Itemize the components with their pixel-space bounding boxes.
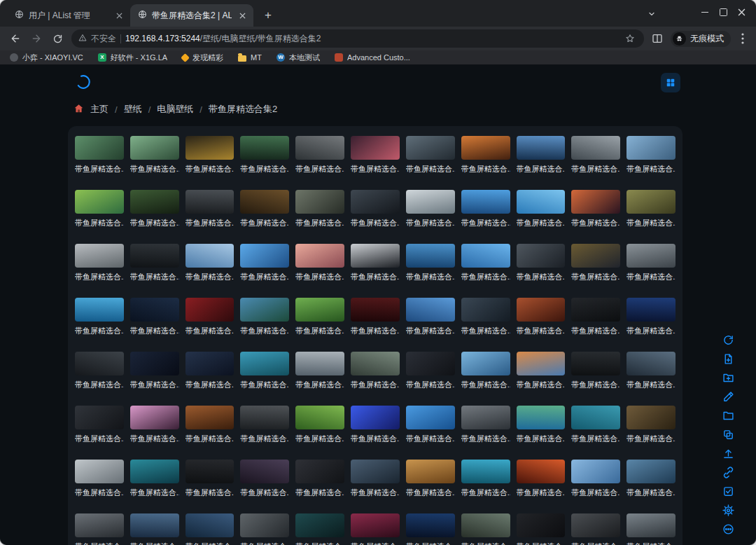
file-item[interactable]: 带鱼屏精选合... [406,460,455,498]
browser-menu-icon[interactable] [735,29,750,48]
file-item[interactable]: 带鱼屏精选合... [186,190,234,228]
file-item[interactable]: 带鱼屏精选合... [517,406,566,444]
file-item[interactable]: 带鱼屏精选合... [626,460,676,498]
file-item[interactable]: 带鱼屏精选合... [406,244,455,282]
file-item[interactable]: 带鱼屏精选合... [351,513,400,545]
file-item[interactable]: 带鱼屏精选合... [626,298,676,336]
back-button[interactable] [6,29,25,48]
select-button[interactable] [722,485,735,498]
maximize-button[interactable] [714,3,732,21]
refresh-button[interactable] [722,333,735,347]
file-item[interactable]: 带鱼屏精选合... [75,406,124,444]
breadcrumb-item[interactable]: 主页 [90,103,108,116]
file-item[interactable]: 带鱼屏精选合... [406,136,455,174]
file-item[interactable]: 带鱼屏精选合... [186,352,234,390]
file-item[interactable]: 带鱼屏精选合... [240,406,289,444]
close-button[interactable] [732,3,750,21]
file-item[interactable]: 带鱼屏精选合... [461,513,510,545]
bookmark-item[interactable]: Advanced Custo... [335,53,410,62]
file-item[interactable]: 带鱼屏精选合... [517,136,566,174]
file-item[interactable]: 带鱼屏精选合... [351,352,400,390]
file-item[interactable]: 带鱼屏精选合... [186,513,234,545]
file-item[interactable]: 带鱼屏精选合... [351,298,400,336]
file-item[interactable]: 带鱼屏精选合... [571,190,620,228]
file-item[interactable]: 带鱼屏精选合... [351,406,400,444]
file-item[interactable]: 带鱼屏精选合... [461,136,510,174]
security-label[interactable]: 不安全 [91,33,116,45]
file-item[interactable]: 带鱼屏精选合... [406,513,455,545]
file-item[interactable]: 带鱼屏精选合... [240,136,289,174]
file-item[interactable]: 带鱼屏精选合... [351,136,400,174]
file-item[interactable]: 带鱼屏精选合... [240,513,289,545]
file-item[interactable]: 带鱼屏精选合... [295,460,344,498]
minimize-button[interactable] [696,3,714,21]
file-item[interactable]: 带鱼屏精选合... [130,406,179,444]
file-item[interactable]: 带鱼屏精选合... [75,136,124,174]
file-item[interactable]: 带鱼屏精选合... [571,298,620,336]
copy-button[interactable] [722,428,735,441]
file-item[interactable]: 带鱼屏精选合... [517,352,566,390]
file-item[interactable]: 带鱼屏精选合... [461,298,510,336]
settings-button[interactable] [722,504,735,517]
file-item[interactable]: 带鱼屏精选合... [571,352,620,390]
rename-button[interactable] [722,390,735,403]
split-view-icon[interactable] [648,29,666,48]
file-item[interactable]: 带鱼屏精选合... [406,406,455,444]
folder-button[interactable] [722,409,735,422]
bookmark-item[interactable]: W本地测试 [276,53,320,63]
file-item[interactable]: 带鱼屏精选合... [406,298,455,336]
new-folder-button[interactable] [722,371,735,385]
file-item[interactable]: 带鱼屏精选合... [295,513,344,545]
bookmark-item[interactable]: X好软件 - X1G.LA [98,53,167,63]
file-item[interactable]: 带鱼屏精选合... [517,513,566,545]
file-item[interactable]: 带鱼屏精选合... [240,352,289,390]
file-item[interactable]: 带鱼屏精选合... [461,460,510,498]
tab-wallpaper-collection[interactable]: 带鱼屏精选合集2 | AList [130,4,253,27]
file-item[interactable]: 带鱼屏精选合... [240,190,289,228]
file-item[interactable]: 带鱼屏精选合... [130,352,179,390]
file-item[interactable]: 带鱼屏精选合... [186,244,234,282]
file-item[interactable]: 带鱼屏精选合... [351,190,400,228]
forward-button[interactable] [27,29,46,48]
bookmark-item[interactable]: 发现精彩 [182,53,223,63]
file-item[interactable]: 带鱼屏精选合... [517,190,566,228]
file-item[interactable]: 带鱼屏精选合... [295,136,344,174]
file-item[interactable]: 带鱼屏精选合... [295,352,344,390]
file-item[interactable]: 带鱼屏精选合... [130,244,179,282]
file-item[interactable]: 带鱼屏精选合... [186,298,234,336]
layout-toggle-button[interactable] [661,73,680,92]
file-item[interactable]: 带鱼屏精选合... [351,460,400,498]
file-item[interactable]: 带鱼屏精选合... [626,406,676,444]
file-item[interactable]: 带鱼屏精选合... [130,136,179,174]
file-item[interactable]: 带鱼屏精选合... [240,244,289,282]
file-item[interactable]: 带鱼屏精选合... [517,298,566,336]
file-item[interactable]: 带鱼屏精选合... [626,136,676,174]
more-button[interactable] [722,523,735,536]
file-item[interactable]: 带鱼屏精选合... [130,460,179,498]
tab-close-icon[interactable] [237,10,248,21]
file-item[interactable]: 带鱼屏精选合... [571,136,620,174]
file-item[interactable]: 带鱼屏精选合... [351,244,400,282]
file-item[interactable]: 带鱼屏精选合... [295,244,344,282]
file-item[interactable]: 带鱼屏精选合... [75,298,124,336]
file-item[interactable]: 带鱼屏精选合... [130,190,179,228]
tab-alist-admin[interactable]: 用户 | AList 管理 [7,4,130,27]
new-file-button[interactable] [722,352,735,366]
file-item[interactable]: 带鱼屏精选合... [75,513,124,545]
file-item[interactable]: 带鱼屏精选合... [461,244,510,282]
file-item[interactable]: 带鱼屏精选合... [295,190,344,228]
tab-close-icon[interactable] [113,10,125,21]
new-tab-button[interactable]: + [259,6,277,25]
file-item[interactable]: 带鱼屏精选合... [626,244,676,282]
file-item[interactable]: 带鱼屏精选合... [295,406,344,444]
url-text[interactable]: 192.168.4.173:5244/壁纸/电脑壁纸/带鱼屏精选合集2 [125,33,619,45]
file-item[interactable]: 带鱼屏精选合... [571,406,620,444]
link-button[interactable] [722,466,735,479]
file-item[interactable]: 带鱼屏精选合... [571,244,620,282]
breadcrumb-item[interactable]: 壁纸 [124,103,142,116]
incognito-badge[interactable]: 无痕模式 [671,31,731,47]
file-item[interactable]: 带鱼屏精选合... [571,513,620,545]
file-item[interactable]: 带鱼屏精选合... [626,513,676,545]
breadcrumb-item[interactable]: 电脑壁纸 [157,103,193,116]
upload-button[interactable] [722,447,735,460]
